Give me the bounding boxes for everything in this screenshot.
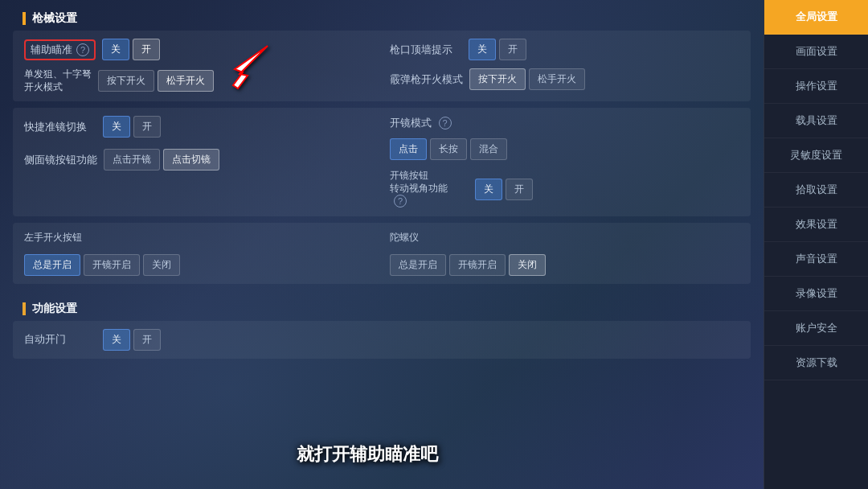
col-left-2: 快捷准镜切换 关 开 侧面镜按钮功能 点击开镜 点击切镜 <box>24 116 374 171</box>
help-icon-kaijing[interactable]: ? <box>439 117 452 129</box>
func-col-left: 自动开门 关 开 <box>24 329 374 351</box>
cemian-btn1[interactable]: 点击开镜 <box>104 149 160 171</box>
kaijing-btn2[interactable]: 长按 <box>430 138 467 160</box>
fuzhu-btn-group: 关 开 <box>102 39 160 60</box>
func-block-1: 自动开门 关 开 <box>13 321 751 359</box>
kaijing-btn3[interactable]: 混合 <box>470 138 507 160</box>
weapon-section-title: 枪械设置 <box>13 6 751 31</box>
col-right-1: 枪口顶墙提示 关 开 霰弹枪开火模式 按下开火 松手开火 <box>390 39 739 90</box>
weapon-block-2: 快捷准镜切换 关 开 侧面镜按钮功能 点击开镜 点击切镜 <box>13 108 751 216</box>
fuzhu-on-btn[interactable]: 开 <box>133 39 160 60</box>
xiandan-btn1[interactable]: 按下开火 <box>469 68 526 90</box>
sidebar-item-zhanghu[interactable]: 账户安全 <box>764 311 868 346</box>
func-settings-section: 功能设置 自动开门 关 开 <box>0 290 764 359</box>
sidebar-item-xiaoguo[interactable]: 效果设置 <box>764 208 868 242</box>
sidebar-item-shiqu[interactable]: 拾取设置 <box>764 173 868 208</box>
xiandan-btn-group: 按下开火 松手开火 <box>469 68 585 90</box>
sidebar-item-huamian[interactable]: 画面设置 <box>764 35 868 69</box>
kuaijie-label: 快捷准镜切换 <box>24 120 96 134</box>
kaijing-rotate-off-btn[interactable]: 关 <box>475 179 502 200</box>
zidong-off-btn[interactable]: 关 <box>103 329 130 351</box>
cemian-row: 侧面镜按钮功能 点击开镜 点击切镜 <box>24 149 374 171</box>
subtitle-text: 就打开辅助瞄准吧 <box>297 442 438 466</box>
sidebar-item-caozuo[interactable]: 操作设置 <box>764 69 868 104</box>
section-bar-icon <box>23 12 26 25</box>
kaijing-rotate-on-btn[interactable]: 开 <box>506 179 533 200</box>
main-panel: 枪械设置 辅助瞄准 ? 关 开 <box>0 0 764 489</box>
sidebar-item-quanjushezhi[interactable]: 全局设置 <box>764 0 868 35</box>
kuaijie-on-btn[interactable]: 开 <box>133 116 161 138</box>
cemian-btn-group: 点击开镜 点击切镜 <box>104 149 219 171</box>
func-row-1: 自动开门 关 开 <box>24 329 739 351</box>
danfa-btn1[interactable]: 按下开火 <box>98 70 154 92</box>
weapon-settings-section: 枪械设置 辅助瞄准 ? 关 开 <box>0 0 764 284</box>
sidebar-item-zaiju[interactable]: 载具设置 <box>764 104 868 138</box>
danfa-btn2[interactable]: 松手开火 <box>158 70 214 92</box>
cemian-btn2[interactable]: 点击切镜 <box>163 149 219 171</box>
sidebar-item-shengyin[interactable]: 声音设置 <box>764 242 868 277</box>
zidong-label: 自动开门 <box>24 332 96 347</box>
zidong-row: 自动开门 关 开 <box>24 329 374 351</box>
qiangkou-off-btn[interactable]: 关 <box>469 39 496 60</box>
weapon-row-1: 辅助瞄准 ? 关 开 单发狙、十字弩开火模式 按下开火 松手开火 <box>24 39 739 93</box>
kuaijie-row: 快捷准镜切换 关 开 <box>24 116 374 138</box>
weapon-row-3: 左手开火按钮 总是开启 开镜开启 关闭 陀螺仪 总是开启 开镜开启 关闭 <box>24 231 739 276</box>
kaijing-rotate-label: 开镜按钮转动视角功能 ? <box>390 170 462 208</box>
func-section-title: 功能设置 <box>13 297 751 321</box>
weapon-block-1: 辅助瞄准 ? 关 开 单发狙、十字弩开火模式 按下开火 松手开火 <box>13 31 751 101</box>
sidebar: 全局设置 画面设置 操作设置 载具设置 灵敏度设置 拾取设置 效果设置 声音设置… <box>764 0 868 489</box>
kuaijie-off-btn[interactable]: 关 <box>103 116 130 138</box>
sidebar-item-ziyuan[interactable]: 资源下载 <box>764 346 868 380</box>
tuoluo-btn-group: 总是开启 开镜开启 关闭 <box>390 254 739 276</box>
xiandan-btn2[interactable]: 松手开火 <box>529 68 585 90</box>
danfa-row: 单发狙、十字弩开火模式 按下开火 松手开火 <box>24 68 374 93</box>
cemian-label: 侧面镜按钮功能 <box>24 153 97 167</box>
zidong-btn-group: 关 开 <box>103 329 161 351</box>
qiangkou-row: 枪口顶墙提示 关 开 <box>390 39 739 60</box>
col-right-3: 陀螺仪 总是开启 开镜开启 关闭 <box>390 231 739 276</box>
tuoluo-btn3[interactable]: 关闭 <box>509 254 546 276</box>
fuzhu-row: 辅助瞄准 ? 关 开 <box>24 39 374 60</box>
xiandan-row: 霰弹枪开火模式 按下开火 松手开火 <box>390 68 739 90</box>
sidebar-item-lingmidu[interactable]: 灵敏度设置 <box>764 138 868 173</box>
tuoluo-label: 陀螺仪 <box>390 231 739 244</box>
help-icon-rotate[interactable]: ? <box>394 195 407 208</box>
fuzhu-label: 辅助瞄准 ? <box>24 39 96 60</box>
xiandan-label: 霰弹枪开火模式 <box>390 72 463 87</box>
qiangkou-label: 枪口顶墙提示 <box>390 43 462 57</box>
zuoshou-btn-group: 总是开启 开镜开启 关闭 <box>24 254 374 276</box>
danfa-label: 单发狙、十字弩开火模式 <box>24 68 92 93</box>
kaijing-rotate-btn-group: 关 开 <box>475 179 533 200</box>
help-icon-fuzhu[interactable]: ? <box>76 43 89 56</box>
weapon-row-2: 快捷准镜切换 关 开 侧面镜按钮功能 点击开镜 点击切镜 <box>24 116 739 208</box>
zuoshou-btn1[interactable]: 总是开启 <box>24 254 80 276</box>
kaijing-btn-group: 点击 长按 混合 <box>390 138 507 160</box>
func-section-bar-icon <box>23 302 26 315</box>
danfa-btn-group: 按下开火 松手开火 <box>98 70 214 92</box>
kaijing-mode-btns: 点击 长按 混合 <box>390 138 739 160</box>
kuaijie-btn-group: 关 开 <box>103 116 161 138</box>
col-right-2: 开镜模式 ? 点击 长按 混合 开镜按钮转动视角功能 <box>390 116 739 208</box>
sidebar-item-luxiang[interactable]: 录像设置 <box>764 277 868 311</box>
zuoshou-label: 左手开火按钮 <box>24 231 374 244</box>
zuoshou-btn2[interactable]: 开镜开启 <box>84 254 140 276</box>
zuoshou-btn3[interactable]: 关闭 <box>143 254 180 276</box>
fuzhu-off-btn[interactable]: 关 <box>102 39 129 60</box>
weapon-block-3: 左手开火按钮 总是开启 开镜开启 关闭 陀螺仪 总是开启 开镜开启 关闭 <box>13 223 751 284</box>
kaijing-mode-row: 开镜模式 ? <box>390 116 739 130</box>
tuoluo-btn1[interactable]: 总是开启 <box>390 254 446 276</box>
kaijing-rotate-row: 开镜按钮转动视角功能 ? 关 开 <box>390 170 739 208</box>
tuoluo-btn2[interactable]: 开镜开启 <box>449 254 506 276</box>
qiangkou-btn-group: 关 开 <box>469 39 526 60</box>
col-left-1: 辅助瞄准 ? 关 开 单发狙、十字弩开火模式 按下开火 松手开火 <box>24 39 374 93</box>
col-left-3: 左手开火按钮 总是开启 开镜开启 关闭 <box>24 231 374 276</box>
qiangkou-on-btn[interactable]: 开 <box>499 39 526 60</box>
kaijing-mode-label: 开镜模式 ? <box>390 116 462 130</box>
kaijing-btn1[interactable]: 点击 <box>390 138 427 160</box>
zidong-on-btn[interactable]: 开 <box>133 329 161 351</box>
